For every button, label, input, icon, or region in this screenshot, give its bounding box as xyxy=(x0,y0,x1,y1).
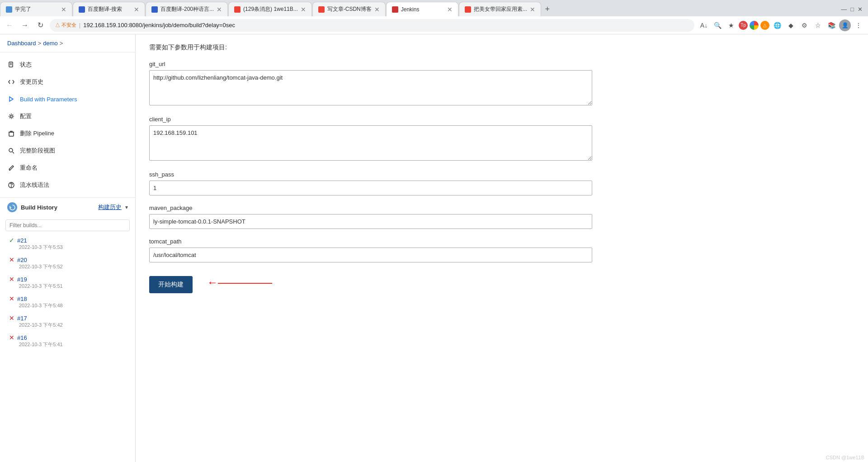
label-tomcat_path: tomcat_path xyxy=(149,238,854,245)
form-group-ssh_pass: ssh_pass xyxy=(149,171,854,195)
settings-icon[interactable]: ⚙ xyxy=(798,19,810,31)
form-group-tomcat_path: tomcat_path xyxy=(149,238,854,262)
tab-close-tab5[interactable]: ✕ xyxy=(374,6,380,13)
tab-title-tab7: 把美女带回家应用素... xyxy=(474,5,527,13)
toolbar-icon-alert[interactable]: △ xyxy=(760,21,769,30)
filter-input-wrapper xyxy=(0,217,135,234)
maximize-button[interactable]: □ xyxy=(850,6,854,13)
input-client_ip[interactable]: 192.168.159.101 xyxy=(149,125,592,161)
svg-rect-5 xyxy=(9,132,14,136)
more-options-button[interactable]: ⋮ xyxy=(853,19,864,31)
error-icon: ✕ xyxy=(9,295,14,302)
sidebar-item-delete-pipeline[interactable]: 删除 Pipeline xyxy=(0,125,135,142)
build-link-b17[interactable]: #17 xyxy=(17,315,27,322)
submit-build-button[interactable]: 开始构建 xyxy=(149,276,193,293)
browser-tab-tab4[interactable]: (129条消息) 1we11B... ✕ xyxy=(228,2,312,16)
nav-bar: ← → ↻ △ 不安全 | 192.168.159.100:8080/jenki… xyxy=(0,16,868,34)
close-button[interactable]: ✕ xyxy=(858,6,863,13)
main-content: 需要如下参数用于构建项目: git_urlhttp://github.com/l… xyxy=(136,34,868,462)
build-time-b21: 2022-10-3 下午5:53 xyxy=(9,244,128,251)
build-link-b16[interactable]: #16 xyxy=(17,334,27,341)
toolbar-icon-google[interactable] xyxy=(750,21,759,30)
browser-tab-tab3[interactable]: 百度翻译-200种语言... ✕ xyxy=(146,2,228,16)
tab-favicon-tab6 xyxy=(392,6,398,13)
input-maven_package[interactable] xyxy=(149,214,592,229)
build-link-b20[interactable]: #20 xyxy=(17,257,27,263)
input-tomcat_path[interactable] xyxy=(149,248,592,262)
collection-icon[interactable]: 📚 xyxy=(826,19,837,31)
build-link-b18[interactable]: #18 xyxy=(17,295,27,302)
error-icon: ✕ xyxy=(9,334,14,341)
build-link-b19[interactable]: #19 xyxy=(17,276,27,283)
toolbar-icon-tp[interactable]: Tp xyxy=(739,21,748,30)
tab-close-tab2[interactable]: ✕ xyxy=(134,6,139,13)
build-link-b21[interactable]: #21 xyxy=(17,237,27,244)
sidebar-item-config[interactable]: 配置 xyxy=(0,108,135,125)
sidebar-label-rename: 重命名 xyxy=(20,164,38,172)
svg-point-4 xyxy=(10,115,13,118)
build-time-b19: 2022-10-3 下午5:51 xyxy=(9,283,128,290)
security-warning: △ 不安全 xyxy=(55,22,76,29)
build-item-b16[interactable]: ✕ #16 2022-10-3 下午5:41 xyxy=(0,331,135,351)
input-git_url[interactable]: http://github.com/lizhenliang/tomcat-jav… xyxy=(149,70,592,105)
sidebar-item-build-with-params[interactable]: Build with Parameters xyxy=(0,90,135,108)
browser-tab-tab5[interactable]: 写文章-CSDN博客 ✕ xyxy=(312,2,386,16)
back-button[interactable]: ← xyxy=(4,19,15,31)
browser-tab-tab7[interactable]: 把美女带回家应用素... ✕ xyxy=(459,2,541,16)
browser-chrome: 学完了 ✕ 百度翻译-搜索 ✕ 百度翻译-200种语言... ✕ (129条消息… xyxy=(0,0,868,34)
breadcrumb-demo[interactable]: demo xyxy=(43,40,58,47)
sidebar-item-changes[interactable]: 变更历史 xyxy=(0,73,135,90)
svg-point-11 xyxy=(11,186,12,187)
build-item-b17[interactable]: ✕ #17 2022-10-3 下午5:42 xyxy=(0,312,135,331)
new-tab-button[interactable]: + xyxy=(541,2,554,16)
globe-icon[interactable]: 🌐 xyxy=(771,19,783,31)
tab-favicon-tab7 xyxy=(465,6,471,13)
play-icon xyxy=(7,95,15,103)
sidebar-item-status[interactable]: 状态 xyxy=(0,56,135,73)
tab-close-tab7[interactable]: ✕ xyxy=(530,6,535,13)
search-icon[interactable]: 🔍 xyxy=(712,19,723,31)
gear-icon xyxy=(7,112,15,120)
filter-builds-input[interactable] xyxy=(5,219,130,231)
tab-close-tab3[interactable]: ✕ xyxy=(217,6,222,13)
code-icon xyxy=(7,78,15,86)
browser-tab-tab1[interactable]: 学完了 ✕ xyxy=(0,2,72,16)
favorites-icon[interactable]: ★ xyxy=(725,19,737,31)
tab-close-tab1[interactable]: ✕ xyxy=(61,6,66,13)
breadcrumb-dashboard[interactable]: Dashboard xyxy=(7,40,36,47)
form-group-client_ip: client_ip192.168.159.101 xyxy=(149,116,854,162)
reload-button[interactable]: ↻ xyxy=(34,19,46,31)
address-bar-icon-1[interactable]: A↓ xyxy=(698,19,710,31)
tab-close-tab4[interactable]: ✕ xyxy=(301,6,306,13)
profile-avatar[interactable]: 👤 xyxy=(839,19,851,31)
build-history-link[interactable]: 构建历史 xyxy=(98,203,122,211)
sidebar-item-rename[interactable]: 重命名 xyxy=(0,159,135,176)
label-git_url: git_url xyxy=(149,61,854,67)
browser-tab-tab6[interactable]: Jenkins ✕ xyxy=(386,2,458,16)
pencil-icon xyxy=(7,164,15,172)
address-text: 192.168.159.100:8080/jenkins/job/demo/bu… xyxy=(83,22,689,29)
sidebar-label-pipeline-syntax: 流水线语法 xyxy=(20,181,49,189)
sidebar-label-full-stage-view: 完整阶段视图 xyxy=(20,147,55,155)
star-icon[interactable]: ☆ xyxy=(812,19,824,31)
build-item-b19[interactable]: ✕ #19 2022-10-3 下午5:51 xyxy=(0,273,135,292)
input-ssh_pass[interactable] xyxy=(149,181,592,195)
build-item-b21[interactable]: ✓ #21 2022-10-3 下午5:53 xyxy=(0,234,135,253)
sidebar-item-full-stage-view[interactable]: 完整阶段视图 xyxy=(0,142,135,159)
trash-icon xyxy=(7,129,15,138)
sidebar-item-pipeline-syntax[interactable]: 流水线语法 xyxy=(0,176,135,194)
build-item-b18[interactable]: ✕ #18 2022-10-3 下午5:48 xyxy=(0,292,135,312)
build-history-arrow[interactable]: ▾ xyxy=(125,204,128,210)
build-item-b20[interactable]: ✕ #20 2022-10-3 下午5:52 xyxy=(0,253,135,273)
form-group-maven_package: maven_package xyxy=(149,205,854,229)
forward-button[interactable]: → xyxy=(19,19,31,31)
error-icon: ✕ xyxy=(9,256,14,263)
browser-tab-tab2[interactable]: 百度翻译-搜索 ✕ xyxy=(73,2,145,16)
build-time-b20: 2022-10-3 下午5:52 xyxy=(9,263,128,270)
tab-close-tab6[interactable]: ✕ xyxy=(447,6,453,13)
address-bar[interactable]: △ 不安全 | 192.168.159.100:8080/jenkins/job… xyxy=(50,19,694,32)
shield-icon[interactable]: ◆ xyxy=(785,19,797,31)
tab-favicon-tab4 xyxy=(234,6,241,13)
minimize-button[interactable]: — xyxy=(841,6,847,13)
success-icon: ✓ xyxy=(9,237,14,244)
